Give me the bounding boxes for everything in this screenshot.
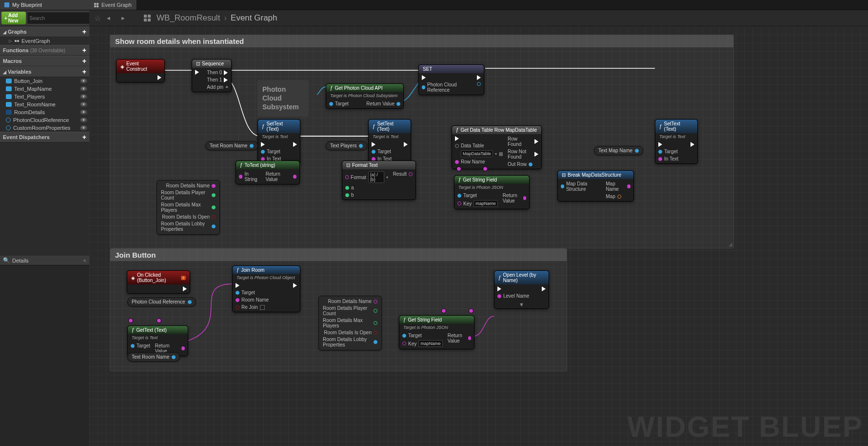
section-variables[interactable]: ◢ Variables + (0, 66, 89, 77)
add-variable-button[interactable]: + (82, 68, 86, 76)
node-set[interactable]: SET Photon Cloud Reference (418, 64, 484, 95)
pin-label: Room Details Name (328, 299, 372, 304)
pin-label: Room Details Max Players (323, 318, 372, 328)
browse-icon[interactable]: ⊞ (499, 151, 503, 157)
node-sequence[interactable]: ⊡Sequence Then 0 Then 1 Add pin + (192, 59, 232, 92)
visibility-toggle[interactable]: 👁 (80, 118, 87, 122)
reroute-node[interactable] (483, 166, 488, 171)
node-get-photon-api[interactable]: ƒGet Photon Cloud API Target is Photon C… (326, 83, 404, 109)
key-value[interactable]: mapName (473, 200, 498, 207)
var-node-textroomname[interactable]: Text Room Name (205, 141, 258, 150)
breadcrumb-item[interactable]: WB_RoomResult (157, 13, 220, 23)
comment-title[interactable]: Show room details when instantiated (110, 35, 733, 47)
checkbox-icon[interactable] (260, 305, 265, 310)
node-event-construct[interactable]: ◈Event Construct (116, 59, 165, 82)
var-node-textmapname[interactable]: Text Map Name (594, 146, 643, 155)
pin-label: Room Details Name (166, 183, 210, 188)
graph-toolbar: ☆ ◄ ► WB_RoomResult › Event Graph (89, 10, 868, 26)
grid-icon (144, 15, 152, 21)
tab-eventgraph[interactable]: Event Graph (89, 0, 137, 10)
reroute-node[interactable] (456, 166, 461, 171)
node-on-clicked[interactable]: ◈On Clicked (Button_Join) ◊ (127, 270, 190, 294)
visibility-toggle[interactable]: 👁 (80, 102, 87, 107)
search-input[interactable] (27, 12, 94, 24)
section-graphs[interactable]: ◢ Graphs + (0, 26, 89, 37)
variable-item[interactable]: Text_MapName👁 (0, 85, 89, 93)
reroute-node[interactable] (469, 308, 473, 313)
visibility-toggle[interactable]: 👁 (80, 86, 87, 91)
reroute-node[interactable] (128, 318, 133, 323)
comment-title[interactable]: Join Button (110, 249, 567, 261)
node-subtitle: Target is Text (132, 335, 158, 340)
node-settext-2[interactable]: ƒSetText (Text) Target is Text Target In… (368, 119, 411, 164)
variable-item[interactable]: RoomDetails👁 (0, 108, 89, 116)
variable-item[interactable]: Text_RoomName👁 (0, 101, 89, 108)
tree-item-eventgraph[interactable]: ▷ EventGraph (0, 37, 89, 45)
star-icon[interactable]: ☆ (94, 14, 101, 23)
section-macros[interactable]: Macros + (0, 56, 89, 66)
var-node-textplayers[interactable]: Text Players (326, 141, 367, 150)
plus-icon[interactable]: + (225, 84, 228, 90)
pin-label: Then 0 (207, 70, 222, 75)
add-dispatcher-button[interactable]: + (82, 133, 86, 141)
var-label: Text Room Name (132, 354, 169, 360)
nav-forward-button[interactable]: ► (120, 15, 130, 21)
functions-label: Functions (3, 47, 29, 53)
variable-item[interactable]: PhotonCloudReference👁 (0, 116, 89, 124)
node-get-string-field[interactable]: ƒGet String Field Target is Photon JSON … (454, 175, 530, 209)
node-get-datatable-row[interactable]: ƒGet Data Table Row MapDataTable Data Ta… (452, 125, 542, 169)
reroute-node[interactable] (157, 318, 161, 323)
graph-canvas[interactable]: WIDGET BLUEP Show room details when inst… (89, 26, 868, 446)
section-functions[interactable]: Functions (38 Overridable) + (0, 45, 89, 56)
node-settext-1[interactable]: ƒSetText (Text) Target is Text Target In… (257, 119, 300, 164)
node-room-details-2[interactable]: Room Details Name Room Details Player Co… (318, 296, 382, 350)
visibility-toggle[interactable]: 👁 (80, 110, 87, 115)
node-subtitle: Target is Text (373, 134, 398, 139)
pin-label: Map (606, 194, 615, 199)
resize-handle-icon[interactable]: ◢ (729, 242, 732, 247)
add-new-button[interactable]: + Add New ▼ (1, 12, 26, 24)
sticky-note[interactable]: Photon Cloud Subsystem (257, 80, 309, 117)
node-gettext[interactable]: ƒGetText (Text) Target is Text Target Re… (127, 325, 188, 356)
reroute-node[interactable] (441, 308, 446, 313)
pin-label[interactable]: Add pin (207, 84, 223, 90)
node-title: Open Level (by Name) (503, 272, 545, 283)
key-value[interactable]: mapName (418, 340, 443, 347)
node-get-string-field-2[interactable]: ƒGet String Field Target is Photon JSON … (399, 315, 474, 349)
section-dispatchers[interactable]: Event Dispatchers + (0, 132, 89, 142)
datatable-value[interactable]: MapDataTable (461, 150, 493, 157)
node-totext[interactable]: ƒToText (string) In String Return Value (236, 161, 300, 184)
details-panel-header[interactable]: 🔍 Details × (0, 256, 89, 265)
chevron-down-icon[interactable]: ▼ (494, 301, 549, 308)
pin-label: Return Value (448, 333, 466, 344)
pin-label: Target (241, 290, 255, 295)
node-join-room[interactable]: ƒJoin Room Target is Photon Cloud Object… (232, 265, 300, 312)
nav-back-button[interactable]: ◄ (106, 15, 116, 21)
node-room-details[interactable]: Room Details Name Room Details Player Co… (157, 180, 220, 235)
variable-item[interactable]: Text_Players👁 (0, 93, 89, 101)
node-format-text[interactable]: ⊡Format Text Format {a} / {b} ▾ a b Resu… (342, 161, 416, 200)
pin-label: Room Details Lobby Properties (161, 221, 210, 232)
node-open-level[interactable]: ƒOpen Level (by Name) Level Name ▼ (494, 270, 549, 309)
format-value[interactable]: {a} / {b} (368, 171, 384, 183)
node-break-mapdata[interactable]: ⊟Break MapDataStructure Map Data Structu… (557, 170, 634, 202)
add-macro-button[interactable]: + (82, 57, 86, 65)
variable-item[interactable]: Button_Join👁 (0, 77, 89, 85)
var-node-textroomname2[interactable]: Text Room Name (127, 352, 180, 362)
visibility-toggle[interactable]: 👁 (80, 125, 87, 130)
function-icon: ƒ (262, 124, 265, 129)
pin-label: Target (408, 333, 422, 338)
panel-tab-myblueprint[interactable]: My Blueprint (0, 0, 89, 10)
add-graph-button[interactable]: + (82, 28, 86, 36)
add-function-button[interactable]: + (82, 46, 86, 54)
delegate-icon: ◊ (181, 276, 186, 280)
pin-label: Re Join (241, 304, 258, 310)
visibility-toggle[interactable]: 👁 (80, 94, 87, 99)
var-label: Text_Players (14, 94, 45, 100)
visibility-toggle[interactable]: 👁 (80, 79, 87, 83)
node-settext-3[interactable]: ƒSetText (Text) Target is Text Target In… (655, 119, 698, 164)
var-node-photon-cloud-ref[interactable]: Photon Cloud Reference (127, 297, 196, 306)
pin-label: Map Name (606, 181, 625, 192)
variable-item[interactable]: CustomRoomProperties👁 (0, 124, 89, 132)
close-icon[interactable]: × (83, 258, 86, 264)
